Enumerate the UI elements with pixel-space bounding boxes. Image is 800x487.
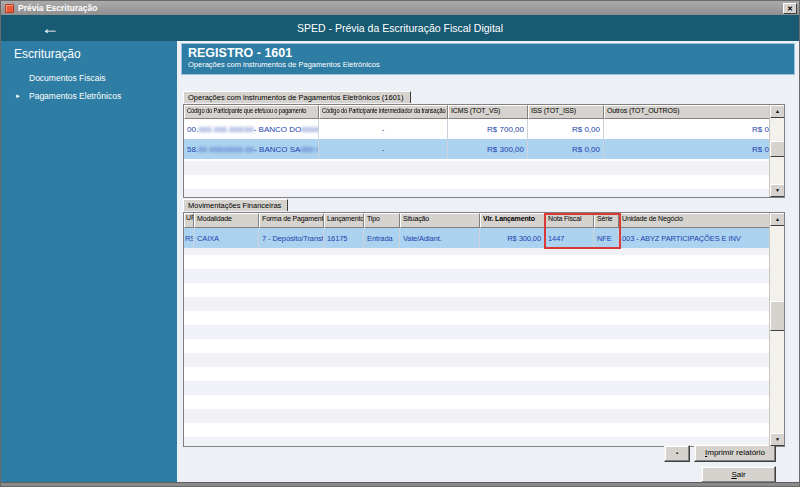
column-header-nota-fiscal[interactable]: Nota Fiscal — [545, 213, 594, 228]
redacted-text: 888 8 8 — [300, 145, 319, 154]
forma-pagamento-cell: 7 - Depósito/Transferênc — [259, 228, 324, 248]
column-header-tipo[interactable]: Tipo — [364, 213, 400, 228]
movimentacoes-section: Movimentações Financeiras UF Modalidade … — [183, 194, 785, 447]
registro-title: REGISTRO - 1601 — [188, 46, 788, 60]
lancamento-cell: 16175 — [324, 228, 364, 248]
app-icon — [5, 4, 14, 13]
titlebar: Prévia Escrituração ✕ — [1, 1, 799, 15]
vlr-lancamento-cell: R$ 300,00 — [480, 228, 545, 248]
scroll-up-icon[interactable]: ▲ — [770, 213, 785, 226]
participante-cell: 00.888.888.888/88 - BANCO DO 88888 88 — [184, 119, 319, 139]
outros-cell: R$ 0,00 — [604, 119, 784, 139]
column-header-serie[interactable]: Série — [594, 213, 619, 228]
column-header-participante-intermediador[interactable]: Código do Participante intermediador da … — [319, 105, 448, 119]
registro-subtitle: Operações com instrumentos de Pagamentos… — [188, 60, 788, 70]
table-row[interactable]: 00.888.888.888/88 - BANCO DO 88888 88 - … — [184, 119, 784, 139]
registro-header: REGISTRO - 1601 Operações com instrument… — [181, 43, 795, 75]
movimentacoes-grid-header: UF Modalidade Forma de Pagamento Lançame… — [184, 213, 784, 228]
app-window: Prévia Escrituração ✕ ← SPED - Prévia da… — [0, 0, 800, 487]
scrollbar-thumb[interactable] — [770, 141, 785, 157]
column-header-vlr-lancamento[interactable]: Vlr. Lançamento — [480, 213, 545, 228]
scrollbar-thumb[interactable] — [770, 301, 785, 331]
vertical-scrollbar[interactable]: ▲ ▼ — [769, 213, 784, 446]
icms-cell: R$ 300,00 — [448, 139, 528, 159]
table-row-selected[interactable]: 58.88 888/8888-88 - BANCO SA888 8 8 - R$… — [184, 139, 784, 159]
main-content: REGISTRO - 1601 Operações com instrument… — [177, 41, 799, 482]
column-header-icms[interactable]: ICMS (TOT_VS) — [448, 105, 528, 119]
situacao-cell: Vale/Adiant. — [400, 228, 480, 248]
operacoes-section: Operações com instrumentos de Pagamentos… — [183, 86, 785, 198]
sidebar-item-pagamentos-eletronicos[interactable]: ► Pagamentos Eletrônicos — [1, 87, 177, 105]
column-header-iss[interactable]: ISS (TOT_ISS) — [528, 105, 604, 119]
column-header-modalidade[interactable]: Modalidade — [194, 213, 259, 228]
scroll-down-icon[interactable]: ▼ — [770, 433, 785, 446]
vertical-scrollbar[interactable]: ▲ ▼ — [769, 105, 784, 197]
movimentacoes-grid: UF Modalidade Forma de Pagamento Lançame… — [183, 212, 785, 447]
column-header-lancamento[interactable]: Lançamento — [324, 213, 364, 228]
close-icon[interactable]: ✕ — [783, 3, 797, 14]
modalidade-cell: CAIXA — [194, 228, 259, 248]
operacoes-grid: Código do Participante que efetuou o pag… — [183, 104, 785, 198]
app-title: SPED - Prévia da Escrituração Fiscal Dig… — [1, 15, 799, 41]
iss-cell: R$ 0,00 — [528, 139, 604, 159]
outros-cell: R$ 0,00 — [604, 139, 784, 159]
serie-cell: NFE — [594, 228, 619, 248]
small-dots-button[interactable]: ▪ — [664, 445, 690, 462]
table-row-selected[interactable]: RS CAIXA 7 - Depósito/Transferênc 16175 … — [184, 228, 784, 248]
sidebar-item-documentos-fiscais[interactable]: Documentos Fiscais — [1, 69, 177, 87]
uf-cell: RS — [184, 228, 194, 248]
unidade-negocio-cell: 003 - ABYZ PARTICIPAÇÕES E INV — [619, 228, 784, 248]
operacoes-grid-header: Código do Participante que efetuou o pag… — [184, 105, 784, 119]
column-header-outros[interactable]: Outros (TOT_OUTROS) — [604, 105, 784, 119]
window-bottom-border — [1, 482, 799, 486]
sidebar-item-label: Documentos Fiscais — [29, 73, 106, 83]
sidebar: Escrituração Documentos Fiscais ► Pagame… — [1, 41, 177, 482]
intermediador-cell: - — [319, 139, 448, 159]
selected-arrow-icon: ► — [15, 91, 21, 101]
sair-button[interactable]: Sair — [701, 466, 776, 483]
app-header: ← SPED - Prévia da Escrituração Fiscal D… — [1, 15, 799, 41]
window-title: Prévia Escrituração — [18, 3, 783, 13]
sidebar-item-label: Pagamentos Eletrônicos — [29, 91, 121, 101]
column-header-forma-pagamento[interactable]: Forma de Pagamento — [259, 213, 324, 228]
participante-cell: 58.88 888/8888-88 - BANCO SA888 8 8 — [184, 139, 319, 159]
sidebar-title: Escrituração — [1, 41, 177, 61]
tab-operacoes-1601[interactable]: Operações com instrumentos de Pagamentos… — [183, 91, 411, 103]
scroll-up-icon[interactable]: ▲ — [770, 105, 785, 118]
redacted-text: 88 888/8888-88 — [198, 145, 254, 154]
tipo-cell: Entrada — [364, 228, 400, 248]
intermediador-cell: - — [319, 119, 448, 139]
tab-movimentacoes-financeiras[interactable]: Movimentações Financeiras — [183, 199, 288, 211]
imprimir-relatorio-button[interactable]: Imprimir relatório — [694, 444, 776, 462]
scroll-down-icon[interactable]: ▼ — [770, 184, 785, 197]
column-header-uf[interactable]: UF — [184, 213, 194, 228]
redacted-text: 88888 88 — [301, 125, 319, 134]
icms-cell: R$ 700,00 — [448, 119, 528, 139]
column-header-situacao[interactable]: Situação — [400, 213, 480, 228]
nota-fiscal-cell: 1447 — [545, 228, 594, 248]
column-header-participante-pagamento[interactable]: Código do Participante que efetuou o pag… — [184, 105, 319, 119]
column-header-unidade-negocio[interactable]: Unidade de Negócio — [619, 213, 784, 228]
redacted-text: 888.888.888/88 — [198, 125, 254, 134]
iss-cell: R$ 0,00 — [528, 119, 604, 139]
